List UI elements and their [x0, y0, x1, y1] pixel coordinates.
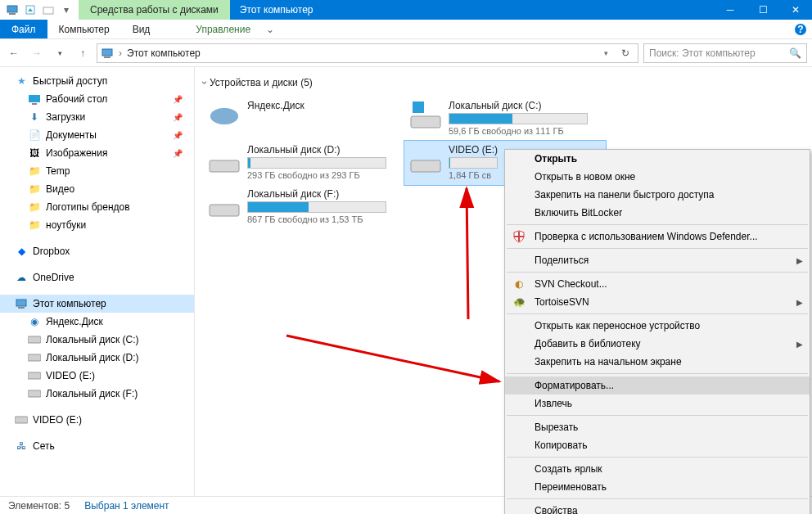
sidebar-desktop[interactable]: Рабочий стол📌 — [0, 90, 194, 108]
sidebar-c-drive[interactable]: Локальный диск (C:) — [0, 331, 194, 349]
sidebar-logos[interactable]: 📁Логотипы брендов — [0, 198, 194, 216]
sidebar-item-label: Изображения — [46, 147, 107, 159]
drive-f[interactable]: Локальный диск (F:) 867 ГБ свободно из 1… — [203, 185, 404, 229]
qat-dropdown-icon[interactable]: ▾ — [59, 2, 74, 17]
context-pin-start[interactable]: Закрепить на начальном экране — [505, 353, 810, 371]
sidebar-downloads[interactable]: ⬇Загрузки📌 — [0, 108, 194, 126]
ribbon-collapse-chevron-icon[interactable]: ⌄ — [262, 20, 278, 38]
svg-rect-16 — [15, 417, 28, 423]
sidebar-network[interactable]: 🖧Сеть — [0, 437, 194, 455]
sidebar-e-drive[interactable]: VIDEO (E:) — [0, 367, 194, 385]
sidebar-video[interactable]: 📁Видео — [0, 180, 194, 198]
folder-icon: 📁 — [28, 183, 41, 196]
svg-rect-22 — [411, 160, 440, 172]
sidebar-item-label: Логотипы брендов — [46, 201, 130, 213]
new-folder-icon[interactable] — [41, 2, 56, 17]
search-input[interactable]: Поиск: Этот компьютер 🔍 — [643, 43, 807, 63]
forward-button[interactable]: → — [28, 44, 46, 62]
svg-rect-15 — [28, 390, 41, 397]
context-separator — [507, 313, 808, 314]
context-pin-quick[interactable]: Закрепить на панели быстрого доступа — [505, 186, 810, 204]
breadcrumb-separator-icon[interactable]: › — [119, 47, 122, 59]
context-menu: Открыть Открыть в новом окне Закрепить н… — [504, 149, 810, 514]
context-portable[interactable]: Открыть как переносное устройство — [505, 317, 810, 335]
sidebar-pictures[interactable]: 🖼Изображения📌 — [0, 144, 194, 162]
sidebar-d-drive[interactable]: Локальный диск (D:) — [0, 349, 194, 367]
svg-rect-6 — [102, 49, 112, 56]
context-open-new-window[interactable]: Открыть в новом окне — [505, 168, 810, 186]
sidebar-this-pc[interactable]: Этот компьютер — [0, 295, 194, 313]
breadcrumb[interactable]: Этот компьютер — [127, 47, 201, 59]
yandex-icon: ◉ — [28, 315, 41, 328]
svg-rect-13 — [28, 354, 41, 361]
onedrive-icon: ☁ — [15, 271, 28, 284]
drive-yandex[interactable]: Яндекс.Диск — [203, 97, 404, 141]
ribbon-context-tab[interactable]: Средства работы с дисками — [79, 0, 230, 20]
minimize-button[interactable]: ─ — [714, 0, 747, 20]
folder-icon: 📁 — [28, 201, 41, 214]
context-library[interactable]: Добавить в библиотеку▶ — [505, 335, 810, 353]
help-button[interactable]: ? — [789, 20, 812, 38]
menu-manage[interactable]: Управление — [184, 20, 262, 38]
sidebar-quick-access[interactable]: ★Быстрый доступ — [0, 72, 194, 90]
address-bar[interactable]: › Этот компьютер ▾ ↻ — [97, 43, 638, 63]
context-copy[interactable]: Копировать — [505, 436, 810, 454]
progress-bar — [449, 113, 588, 124]
context-cut[interactable]: Вырезать — [505, 418, 810, 436]
chevron-right-icon: ▶ — [796, 256, 803, 265]
drive-icon — [409, 100, 442, 133]
sidebar-item-label: Рабочий стол — [46, 93, 107, 105]
chevron-down-icon[interactable]: › — [199, 81, 210, 84]
context-tortoisesvn[interactable]: 🐢TortoiseSVN▶ — [505, 293, 810, 311]
sidebar-item-label: VIDEO (E:) — [46, 370, 95, 381]
sidebar-temp[interactable]: 📁Temp — [0, 162, 194, 180]
drive-d[interactable]: Локальный диск (D:) 293 ГБ свободно из 2… — [203, 141, 404, 185]
svg-rect-12 — [28, 336, 41, 343]
svg-rect-19 — [413, 101, 424, 113]
drive-name: Локальный диск (C:) — [449, 100, 601, 111]
svg-rect-1 — [9, 13, 16, 15]
close-button[interactable]: ✕ — [779, 0, 812, 20]
context-format[interactable]: Форматировать... — [505, 376, 810, 395]
drive-icon — [208, 144, 241, 177]
back-button[interactable]: ← — [5, 44, 23, 62]
context-eject[interactable]: Извлечь — [505, 395, 810, 413]
context-defender[interactable]: Проверка с использованием Windows Defend… — [505, 228, 810, 246]
refresh-button[interactable]: ↻ — [616, 44, 634, 62]
drive-c[interactable]: Локальный диск (C:) 59,6 ГБ свободно из … — [404, 97, 606, 141]
sidebar-dropbox[interactable]: ◆Dropbox — [0, 242, 194, 260]
properties-icon[interactable] — [23, 2, 38, 17]
search-icon[interactable]: 🔍 — [788, 47, 801, 60]
context-shortcut[interactable]: Создать ярлык — [505, 460, 810, 478]
context-label: Копировать — [535, 440, 588, 451]
context-rename[interactable]: Переименовать — [505, 478, 810, 496]
sidebar-e-drive-root[interactable]: VIDEO (E:) — [0, 411, 194, 429]
sidebar-item-label: Видео — [46, 183, 74, 195]
context-properties[interactable]: Свойства — [505, 502, 810, 514]
context-open[interactable]: Открыть — [505, 150, 810, 168]
folder-icon: 📁 — [28, 219, 41, 232]
up-button[interactable]: ↑ — [74, 44, 92, 62]
context-label: Открыть как переносное устройство — [535, 320, 700, 331]
menu-view[interactable]: Вид — [121, 20, 162, 38]
context-label: Переименовать — [535, 481, 607, 493]
quick-access-toolbar: ▾ — [0, 0, 79, 20]
context-svn-checkout[interactable]: ◐SVN Checkout... — [505, 275, 810, 293]
menu-computer[interactable]: Компьютер — [47, 20, 121, 38]
menubar: Файл Компьютер Вид Управление ⌄ ? — [0, 20, 812, 39]
maximize-button[interactable]: ☐ — [747, 0, 779, 20]
address-dropdown-icon[interactable]: ▾ — [597, 44, 615, 62]
recent-dropdown-icon[interactable]: ▾ — [51, 44, 69, 62]
context-share[interactable]: Поделиться▶ — [505, 251, 810, 269]
sidebar-laptops[interactable]: 📁ноутбуки — [0, 216, 194, 234]
pc-icon[interactable] — [5, 2, 20, 17]
group-header[interactable]: › Устройства и диски (5) — [203, 77, 804, 88]
sidebar-yandex[interactable]: ◉Яндекс.Диск — [0, 313, 194, 331]
pc-icon — [101, 47, 114, 60]
sidebar-onedrive[interactable]: ☁OneDrive — [0, 268, 194, 286]
drive-subtext: 867 ГБ свободно из 1,53 ТБ — [247, 214, 399, 224]
context-bitlocker[interactable]: Включить BitLocker — [505, 204, 810, 222]
sidebar-documents[interactable]: 📄Документы📌 — [0, 126, 194, 144]
sidebar-f-drive[interactable]: Локальный диск (F:) — [0, 385, 194, 403]
menu-file[interactable]: Файл — [0, 20, 47, 38]
